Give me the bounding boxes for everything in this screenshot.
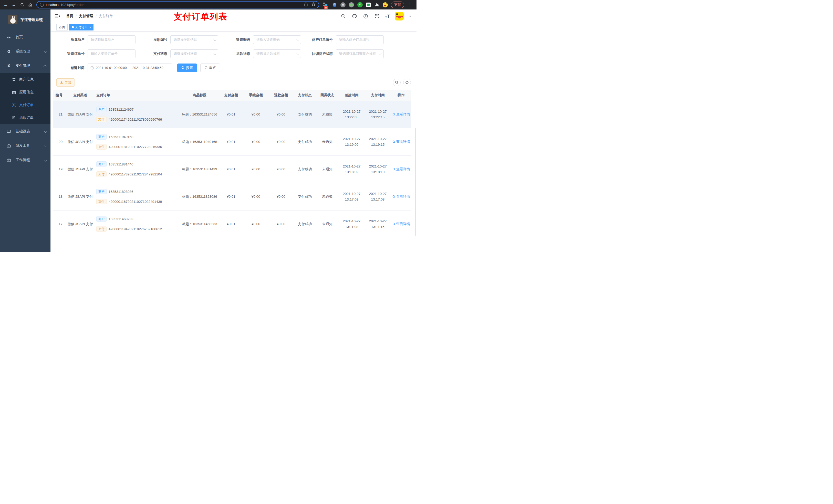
- clock-icon: [90, 66, 94, 70]
- search-icon[interactable]: [340, 13, 346, 19]
- pay-status-select[interactable]: [170, 49, 218, 58]
- filter-label-channel-code: 渠道编码: [222, 38, 250, 42]
- magnifier-icon: [392, 168, 396, 171]
- extension-record-icon[interactable]: [349, 2, 354, 8]
- address-bar[interactable]: i localhost:1024/pay/order: [37, 1, 319, 8]
- channel-order-no-input[interactable]: [88, 49, 136, 58]
- view-detail-link[interactable]: 查看详情: [392, 194, 410, 199]
- grid-table-icon: [11, 90, 16, 95]
- view-detail-link[interactable]: 查看详情: [392, 112, 410, 117]
- sidebar-item-workflow[interactable]: 工作流程: [0, 153, 50, 167]
- shop-icon: [11, 77, 16, 82]
- extension-tabs-icon[interactable]: ◆10: [323, 2, 329, 8]
- site-info-icon[interactable]: i: [40, 3, 44, 7]
- cell-title: 标题：1635312124656: [180, 112, 219, 117]
- channel-code-input[interactable]: [253, 35, 301, 44]
- bookmark-star-icon[interactable]: [311, 2, 315, 7]
- page-content: 所属商户 应用编号 渠道编码 商户订单编号 渠: [51, 32, 416, 252]
- avatar-caret-icon[interactable]: [409, 16, 411, 18]
- browser-menu-icon[interactable]: ⋮: [407, 3, 413, 7]
- svg-text:?: ?: [365, 15, 366, 18]
- tab-pay-order[interactable]: 支付订单 ×: [69, 24, 94, 30]
- github-icon[interactable]: [352, 13, 358, 19]
- sidebar-item-refund-order[interactable]: 退款订单: [0, 112, 50, 124]
- tab-home[interactable]: 首页: [56, 24, 68, 30]
- search-button[interactable]: 搜索: [177, 64, 197, 72]
- extension-chat-icon[interactable]: [365, 2, 371, 8]
- date-start[interactable]: 2021-10-01 00:00:00: [96, 66, 127, 70]
- help-icon[interactable]: ?: [363, 13, 369, 19]
- sidebar-item-infra[interactable]: 基础设施: [0, 124, 50, 139]
- table-row: 20 微信 JSAPI 支付 商户 1635311949168 支付 42000…: [53, 128, 411, 156]
- extensions-puzzle-icon[interactable]: [374, 2, 380, 8]
- merchant-order-no-input[interactable]: [336, 35, 384, 44]
- gear-icon: [6, 49, 11, 54]
- cell-order: 商户 1635311949168 支付 42000011812021102777…: [94, 134, 180, 149]
- col-fee: 手续金额: [243, 93, 268, 98]
- view-detail-link[interactable]: 查看详情: [392, 140, 410, 144]
- browser-reload-icon[interactable]: [19, 1, 26, 8]
- sidebar-item-pay-order[interactable]: ¥ 支付订单: [0, 99, 50, 112]
- sidebar-item-devtool[interactable]: 研发工具: [0, 139, 50, 153]
- document-icon: [11, 116, 16, 120]
- browser-home-icon[interactable]: [27, 1, 34, 8]
- sidebar-toggle-icon[interactable]: [55, 13, 61, 19]
- browser-update-button[interactable]: 更新: [391, 2, 404, 8]
- breadcrumb-section: 支付管理: [79, 14, 93, 19]
- sidebar-item-system[interactable]: 系统管理: [0, 44, 50, 58]
- table-body: 21 微信 JSAPI 支付 商户 1635312124657 支付 42000…: [53, 101, 411, 238]
- cell-pay-status: 支付成功: [293, 140, 316, 144]
- cell-pay-status: 支付成功: [293, 167, 316, 172]
- cell-title: 标题：1635311881439: [180, 167, 219, 172]
- cell-refund: ¥0.00: [268, 167, 293, 171]
- cell-action: 查看详情: [391, 194, 411, 199]
- pay-order-no: 4200001181202110277723215336: [109, 145, 162, 149]
- cell-id: 21: [53, 113, 66, 116]
- merchant-tag: 商户: [96, 189, 106, 194]
- export-button[interactable]: 导出: [56, 78, 75, 87]
- cell-id: 19: [53, 167, 66, 171]
- date-end[interactable]: 2021-10-31 23:59:59: [133, 66, 163, 70]
- view-detail-link[interactable]: 查看详情: [392, 167, 410, 172]
- table-row: 18 微信 JSAPI 支付 商户 1635311823086 支付 42000…: [53, 183, 411, 211]
- cell-action: 查看详情: [391, 140, 411, 144]
- create-time-range-picker[interactable]: 2021-10-01 00:00:00 - 2021-10-31 23:59:5…: [88, 64, 172, 72]
- sidebar-item-app-info[interactable]: 应用信息: [0, 86, 50, 99]
- col-create-time: 创建时间: [339, 93, 365, 98]
- reset-button[interactable]: 重置: [200, 64, 220, 72]
- app-select[interactable]: [170, 35, 218, 44]
- toggle-search-button[interactable]: [393, 79, 401, 86]
- share-icon[interactable]: [304, 2, 308, 7]
- cell-channel: 微信 JSAPI 支付: [66, 167, 94, 172]
- extension-emoji-icon[interactable]: [382, 2, 388, 8]
- cell-title: 标题：1635311823086: [180, 194, 219, 199]
- notify-status-select[interactable]: [336, 49, 384, 58]
- pay-submenu: 商户信息 应用信息 ¥ 支付订单 退款订单: [0, 73, 50, 124]
- sidebar-item-merchant-info[interactable]: 商户信息: [0, 73, 50, 86]
- scrollbar-thumb[interactable]: [415, 128, 416, 236]
- sidebar-item-pay[interactable]: ¥ 支付管理: [0, 58, 50, 73]
- filter-label-merchant: 所属商户: [56, 38, 85, 42]
- view-detail-link[interactable]: 查看详情: [392, 222, 410, 226]
- browser-forward-icon[interactable]: →: [10, 1, 18, 8]
- app-logo[interactable]: 芋道管理系统: [0, 9, 50, 30]
- extension-balloon-icon[interactable]: [332, 2, 337, 8]
- pay-order-no: 4200001167202110271022491439: [109, 200, 162, 203]
- yen-icon: ¥: [6, 64, 11, 68]
- cell-create-time: 2021-10-2713:11:08: [339, 218, 365, 230]
- extension-command-icon[interactable]: ⌘: [340, 2, 346, 8]
- fullscreen-icon[interactable]: [374, 13, 380, 19]
- refund-status-select[interactable]: [253, 49, 301, 58]
- font-size-icon[interactable]: TT: [385, 14, 390, 19]
- filter-label-create-time: 创建时间: [56, 66, 85, 70]
- refresh-button[interactable]: [403, 79, 411, 86]
- avatar[interactable]: [395, 12, 404, 21]
- breadcrumb-home[interactable]: 首页: [66, 14, 73, 19]
- browser-back-icon[interactable]: ←: [2, 1, 9, 8]
- merchant-order-no: 1635311881440: [109, 162, 134, 166]
- close-icon[interactable]: ×: [89, 26, 91, 29]
- extension-badge: 10: [324, 6, 328, 9]
- sidebar-item-home[interactable]: 首页: [0, 30, 50, 44]
- extension-y-icon[interactable]: Y: [357, 2, 363, 8]
- merchant-select[interactable]: [88, 35, 136, 44]
